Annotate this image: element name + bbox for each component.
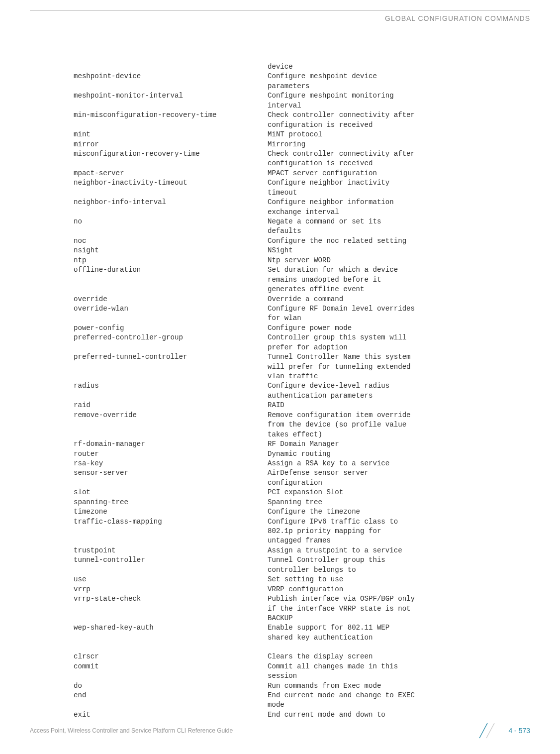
cli-help-row: mintMiNT protocol xyxy=(74,130,530,139)
cli-description: Controller group this system will xyxy=(268,333,530,342)
cli-help-row: BACKUP xyxy=(74,614,530,623)
cli-description: Configure RF Domain level overrides xyxy=(268,304,530,314)
cli-description: vlan traffic xyxy=(268,372,530,381)
cli-help-row: defaults xyxy=(74,226,530,236)
cli-description: Ntp server WORD xyxy=(268,256,530,265)
cli-help-row: shared key authentication xyxy=(74,633,530,643)
cli-help-row: untagged frames xyxy=(74,536,530,545)
svg-line-1 xyxy=(486,723,494,738)
cli-help-row: endEnd current mode and change to EXEC xyxy=(74,691,530,700)
cli-help-row: if the interface VRRP state is not xyxy=(74,604,530,614)
cli-description: Check controller connectivity after xyxy=(268,110,530,120)
cli-help-row: device xyxy=(74,62,530,72)
cli-command xyxy=(74,565,268,575)
cli-command: override-wlan xyxy=(74,304,268,314)
cli-help-row: slotPCI expansion Slot xyxy=(74,488,530,497)
cli-command xyxy=(74,82,268,91)
cli-command xyxy=(74,614,268,623)
cli-description: Configure neighbor inactivity xyxy=(268,178,530,188)
cli-description: Assign a RSA key to a service xyxy=(268,459,530,468)
cli-help-row: neighbor-info-intervalConfigure neighbor… xyxy=(74,198,530,207)
cli-description: Check controller connectivity after xyxy=(268,149,530,159)
cli-description: configuration is received xyxy=(268,159,530,168)
cli-help-row: timeout xyxy=(74,188,530,198)
slash-decoration-icon xyxy=(472,722,502,739)
cli-command: nsight xyxy=(74,246,268,255)
cli-description: Dynamic routing xyxy=(268,449,530,459)
cli-description: takes effect) xyxy=(268,430,530,439)
cli-description: 802.1p priority mapping for xyxy=(268,527,530,536)
cli-description: Configure IPv6 traffic class to xyxy=(268,517,530,527)
cli-help-row: from the device (so profile value xyxy=(74,420,530,430)
cli-help-row: configuration is received xyxy=(74,120,530,130)
cli-command: spanning-tree xyxy=(74,498,268,507)
cli-command: rf-domain-manager xyxy=(74,439,268,449)
cli-description: prefer for adoption xyxy=(268,343,530,352)
page-footer: Access Point, Wireless Controller and Se… xyxy=(30,722,530,739)
cli-help-row: ntpNtp server WORD xyxy=(74,256,530,265)
cli-command xyxy=(74,527,268,536)
cli-command: traffic-class-mapping xyxy=(74,517,268,527)
cli-command: slot xyxy=(74,488,268,497)
cli-command: vrrp-state-check xyxy=(74,594,268,604)
cli-help-row: radiusConfigure device-level radius xyxy=(74,381,530,391)
cli-help-row: 802.1p priority mapping for xyxy=(74,527,530,536)
cli-command: tunnel-controller xyxy=(74,555,268,565)
cli-description: if the interface VRRP state is not xyxy=(268,604,530,614)
cli-description: session xyxy=(268,671,530,681)
cli-help-row: will prefer for tunneling extended xyxy=(74,362,530,372)
cli-help-row: remains unadopted before it xyxy=(74,275,530,285)
cli-command: trustpoint xyxy=(74,546,268,555)
cli-description: End current mode and change to EXEC xyxy=(268,691,530,700)
cli-help-row: useSet setting to use xyxy=(74,575,530,584)
cli-command: noc xyxy=(74,236,268,246)
cli-command: neighbor-inactivity-timeout xyxy=(74,178,268,188)
cli-help-row: spanning-treeSpanning tree xyxy=(74,498,530,507)
cli-command: do xyxy=(74,681,268,691)
cli-description: MPACT server configuration xyxy=(268,169,530,178)
cli-help-row: nsightNSight xyxy=(74,246,530,255)
cli-description: mode xyxy=(268,700,530,710)
cli-help-row: preferred-controller-groupController gro… xyxy=(74,333,530,342)
cli-command xyxy=(74,700,268,710)
cli-help-row: preferred-tunnel-controllerTunnel Contro… xyxy=(74,352,530,362)
cli-help-row: vlan traffic xyxy=(74,372,530,381)
cli-help-row: tunnel-controllerTunnel Controller group… xyxy=(74,555,530,565)
cli-command: misconfiguration-recovery-time xyxy=(74,149,268,159)
cli-command: ntp xyxy=(74,256,268,265)
cli-command: remove-override xyxy=(74,411,268,420)
cli-command: rsa-key xyxy=(74,459,268,468)
cli-description: VRRP configuration xyxy=(268,585,530,594)
cli-command xyxy=(74,226,268,236)
cli-command: sensor-server xyxy=(74,468,268,478)
cli-help-row: nocConfigure the noc related setting xyxy=(74,236,530,246)
cli-help-row: generates offline event xyxy=(74,285,530,294)
cli-description: Set duration for which a device xyxy=(268,265,530,275)
cli-description: End current mode and down to xyxy=(268,710,530,720)
cli-description: Enable support for 802.11 WEP xyxy=(268,623,530,633)
cli-command: end xyxy=(74,691,268,700)
cli-description: device xyxy=(268,62,530,72)
cli-help-row: power-configConfigure power mode xyxy=(74,323,530,333)
footer-doc-title: Access Point, Wireless Controller and Se… xyxy=(30,727,233,734)
cli-help-row: sensor-serverAirDefense sensor server xyxy=(74,468,530,478)
cli-command xyxy=(74,101,268,110)
cli-description: NSight xyxy=(268,246,530,255)
cli-command xyxy=(74,372,268,381)
cli-help-row: wep-shared-key-authEnable support for 80… xyxy=(74,623,530,633)
cli-help-row: rf-domain-managerRF Domain Manager xyxy=(74,439,530,449)
cli-help-row: controller belongs to xyxy=(74,565,530,575)
cli-command: mint xyxy=(74,130,268,139)
cli-help-row: trustpointAssign a trustpoint to a servi… xyxy=(74,546,530,555)
cli-description: interval xyxy=(268,101,530,110)
cli-description: Configure neighbor information xyxy=(268,198,530,207)
cli-help-content: devicemeshpoint-deviceConfigure meshpoin… xyxy=(74,62,530,720)
cli-command: commit xyxy=(74,662,268,671)
cli-help-row: mode xyxy=(74,700,530,710)
cli-command xyxy=(74,285,268,294)
cli-command: radius xyxy=(74,381,268,391)
cli-help-row: meshpoint-deviceConfigure meshpoint devi… xyxy=(74,72,530,81)
cli-help-row: timezoneConfigure the timezone xyxy=(74,507,530,517)
cli-command: clrscr xyxy=(74,652,268,661)
cli-help-row: for wlan xyxy=(74,314,530,323)
